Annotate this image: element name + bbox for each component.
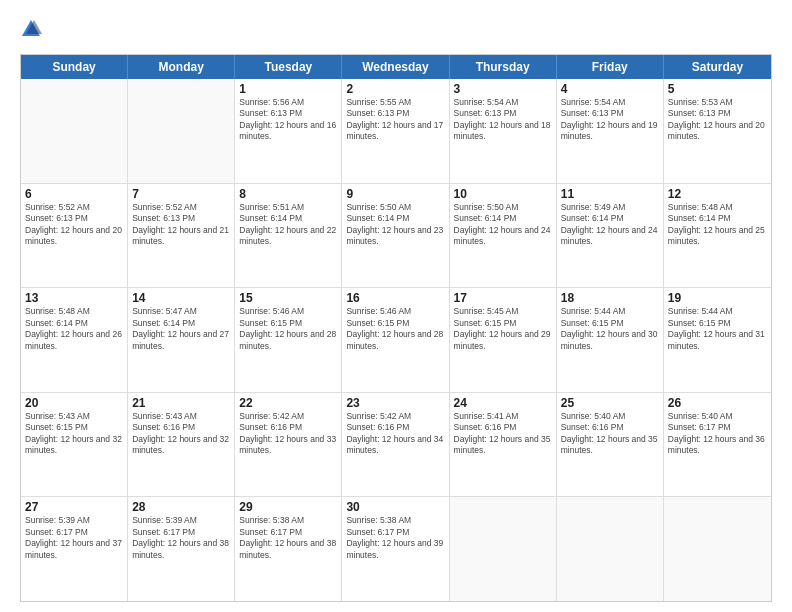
calendar-cell [128, 79, 235, 183]
day-number: 21 [132, 396, 230, 410]
day-info: Sunrise: 5:43 AM Sunset: 6:16 PM Dayligh… [132, 411, 230, 457]
day-info: Sunrise: 5:53 AM Sunset: 6:13 PM Dayligh… [668, 97, 767, 143]
calendar-cell: 13Sunrise: 5:48 AM Sunset: 6:14 PM Dayli… [21, 288, 128, 392]
day-info: Sunrise: 5:38 AM Sunset: 6:17 PM Dayligh… [346, 515, 444, 561]
day-info: Sunrise: 5:51 AM Sunset: 6:14 PM Dayligh… [239, 202, 337, 248]
header-sunday: Sunday [21, 55, 128, 79]
day-info: Sunrise: 5:45 AM Sunset: 6:15 PM Dayligh… [454, 306, 552, 352]
day-info: Sunrise: 5:44 AM Sunset: 6:15 PM Dayligh… [668, 306, 767, 352]
day-number: 25 [561, 396, 659, 410]
day-number: 22 [239, 396, 337, 410]
calendar-cell: 23Sunrise: 5:42 AM Sunset: 6:16 PM Dayli… [342, 393, 449, 497]
logo-icon [20, 18, 42, 40]
day-info: Sunrise: 5:50 AM Sunset: 6:14 PM Dayligh… [346, 202, 444, 248]
day-info: Sunrise: 5:39 AM Sunset: 6:17 PM Dayligh… [132, 515, 230, 561]
calendar-cell: 5Sunrise: 5:53 AM Sunset: 6:13 PM Daylig… [664, 79, 771, 183]
day-info: Sunrise: 5:52 AM Sunset: 6:13 PM Dayligh… [132, 202, 230, 248]
calendar-cell: 26Sunrise: 5:40 AM Sunset: 6:17 PM Dayli… [664, 393, 771, 497]
calendar-cell [21, 79, 128, 183]
calendar-cell [557, 497, 664, 601]
day-number: 17 [454, 291, 552, 305]
calendar-week-4: 20Sunrise: 5:43 AM Sunset: 6:15 PM Dayli… [21, 393, 771, 498]
day-info: Sunrise: 5:48 AM Sunset: 6:14 PM Dayligh… [25, 306, 123, 352]
day-info: Sunrise: 5:38 AM Sunset: 6:17 PM Dayligh… [239, 515, 337, 561]
day-number: 11 [561, 187, 659, 201]
day-number: 6 [25, 187, 123, 201]
calendar-cell: 19Sunrise: 5:44 AM Sunset: 6:15 PM Dayli… [664, 288, 771, 392]
day-number: 28 [132, 500, 230, 514]
calendar-cell: 29Sunrise: 5:38 AM Sunset: 6:17 PM Dayli… [235, 497, 342, 601]
day-number: 9 [346, 187, 444, 201]
header-thursday: Thursday [450, 55, 557, 79]
calendar-cell: 15Sunrise: 5:46 AM Sunset: 6:15 PM Dayli… [235, 288, 342, 392]
day-number: 30 [346, 500, 444, 514]
day-info: Sunrise: 5:55 AM Sunset: 6:13 PM Dayligh… [346, 97, 444, 143]
day-info: Sunrise: 5:54 AM Sunset: 6:13 PM Dayligh… [454, 97, 552, 143]
day-number: 4 [561, 82, 659, 96]
calendar-cell: 7Sunrise: 5:52 AM Sunset: 6:13 PM Daylig… [128, 184, 235, 288]
day-number: 5 [668, 82, 767, 96]
day-info: Sunrise: 5:49 AM Sunset: 6:14 PM Dayligh… [561, 202, 659, 248]
day-number: 16 [346, 291, 444, 305]
day-info: Sunrise: 5:46 AM Sunset: 6:15 PM Dayligh… [346, 306, 444, 352]
day-info: Sunrise: 5:46 AM Sunset: 6:15 PM Dayligh… [239, 306, 337, 352]
page-header [20, 18, 772, 44]
day-number: 8 [239, 187, 337, 201]
calendar-cell [450, 497, 557, 601]
day-number: 13 [25, 291, 123, 305]
day-number: 26 [668, 396, 767, 410]
calendar-cell: 4Sunrise: 5:54 AM Sunset: 6:13 PM Daylig… [557, 79, 664, 183]
day-info: Sunrise: 5:44 AM Sunset: 6:15 PM Dayligh… [561, 306, 659, 352]
day-number: 3 [454, 82, 552, 96]
calendar-cell: 28Sunrise: 5:39 AM Sunset: 6:17 PM Dayli… [128, 497, 235, 601]
calendar: SundayMondayTuesdayWednesdayThursdayFrid… [20, 54, 772, 602]
day-number: 2 [346, 82, 444, 96]
day-number: 20 [25, 396, 123, 410]
calendar-cell: 6Sunrise: 5:52 AM Sunset: 6:13 PM Daylig… [21, 184, 128, 288]
day-number: 7 [132, 187, 230, 201]
day-info: Sunrise: 5:40 AM Sunset: 6:17 PM Dayligh… [668, 411, 767, 457]
calendar-cell: 18Sunrise: 5:44 AM Sunset: 6:15 PM Dayli… [557, 288, 664, 392]
calendar-cell: 9Sunrise: 5:50 AM Sunset: 6:14 PM Daylig… [342, 184, 449, 288]
calendar-cell: 16Sunrise: 5:46 AM Sunset: 6:15 PM Dayli… [342, 288, 449, 392]
calendar-body: 1Sunrise: 5:56 AM Sunset: 6:13 PM Daylig… [21, 79, 771, 601]
calendar-cell: 21Sunrise: 5:43 AM Sunset: 6:16 PM Dayli… [128, 393, 235, 497]
day-number: 15 [239, 291, 337, 305]
calendar-cell: 30Sunrise: 5:38 AM Sunset: 6:17 PM Dayli… [342, 497, 449, 601]
day-info: Sunrise: 5:48 AM Sunset: 6:14 PM Dayligh… [668, 202, 767, 248]
day-info: Sunrise: 5:54 AM Sunset: 6:13 PM Dayligh… [561, 97, 659, 143]
calendar-week-2: 6Sunrise: 5:52 AM Sunset: 6:13 PM Daylig… [21, 184, 771, 289]
calendar-cell: 24Sunrise: 5:41 AM Sunset: 6:16 PM Dayli… [450, 393, 557, 497]
day-info: Sunrise: 5:40 AM Sunset: 6:16 PM Dayligh… [561, 411, 659, 457]
calendar-week-3: 13Sunrise: 5:48 AM Sunset: 6:14 PM Dayli… [21, 288, 771, 393]
calendar-cell: 20Sunrise: 5:43 AM Sunset: 6:15 PM Dayli… [21, 393, 128, 497]
calendar-cell: 27Sunrise: 5:39 AM Sunset: 6:17 PM Dayli… [21, 497, 128, 601]
day-info: Sunrise: 5:42 AM Sunset: 6:16 PM Dayligh… [346, 411, 444, 457]
day-number: 23 [346, 396, 444, 410]
day-number: 29 [239, 500, 337, 514]
day-info: Sunrise: 5:43 AM Sunset: 6:15 PM Dayligh… [25, 411, 123, 457]
day-number: 10 [454, 187, 552, 201]
calendar-cell: 22Sunrise: 5:42 AM Sunset: 6:16 PM Dayli… [235, 393, 342, 497]
calendar-cell: 10Sunrise: 5:50 AM Sunset: 6:14 PM Dayli… [450, 184, 557, 288]
calendar-cell [664, 497, 771, 601]
calendar-cell: 14Sunrise: 5:47 AM Sunset: 6:14 PM Dayli… [128, 288, 235, 392]
calendar-cell: 8Sunrise: 5:51 AM Sunset: 6:14 PM Daylig… [235, 184, 342, 288]
calendar-cell: 3Sunrise: 5:54 AM Sunset: 6:13 PM Daylig… [450, 79, 557, 183]
calendar-cell: 11Sunrise: 5:49 AM Sunset: 6:14 PM Dayli… [557, 184, 664, 288]
logo [20, 18, 46, 44]
day-info: Sunrise: 5:52 AM Sunset: 6:13 PM Dayligh… [25, 202, 123, 248]
day-info: Sunrise: 5:50 AM Sunset: 6:14 PM Dayligh… [454, 202, 552, 248]
calendar-cell: 1Sunrise: 5:56 AM Sunset: 6:13 PM Daylig… [235, 79, 342, 183]
header-monday: Monday [128, 55, 235, 79]
calendar-cell: 25Sunrise: 5:40 AM Sunset: 6:16 PM Dayli… [557, 393, 664, 497]
day-info: Sunrise: 5:39 AM Sunset: 6:17 PM Dayligh… [25, 515, 123, 561]
calendar-cell: 17Sunrise: 5:45 AM Sunset: 6:15 PM Dayli… [450, 288, 557, 392]
header-tuesday: Tuesday [235, 55, 342, 79]
calendar-week-1: 1Sunrise: 5:56 AM Sunset: 6:13 PM Daylig… [21, 79, 771, 184]
calendar-cell: 2Sunrise: 5:55 AM Sunset: 6:13 PM Daylig… [342, 79, 449, 183]
day-number: 18 [561, 291, 659, 305]
day-number: 27 [25, 500, 123, 514]
header-friday: Friday [557, 55, 664, 79]
calendar-week-5: 27Sunrise: 5:39 AM Sunset: 6:17 PM Dayli… [21, 497, 771, 601]
